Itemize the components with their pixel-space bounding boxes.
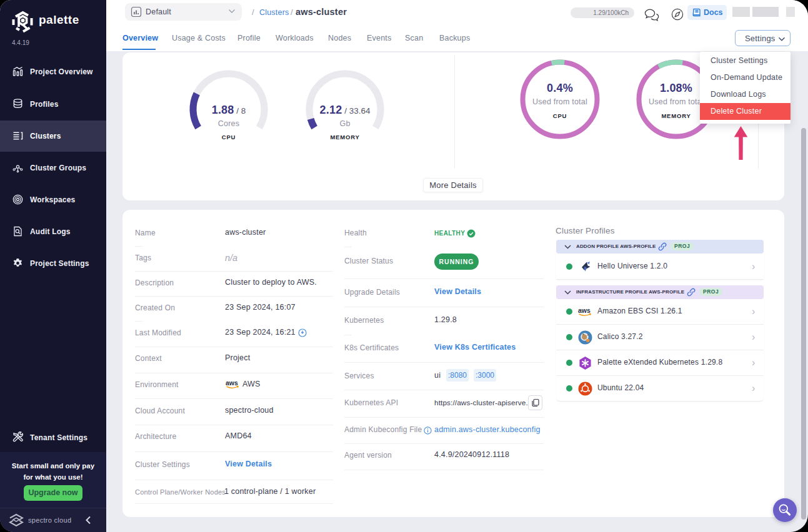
svg-text:aws: aws	[578, 307, 591, 314]
svg-text:aws: aws	[226, 379, 238, 387]
